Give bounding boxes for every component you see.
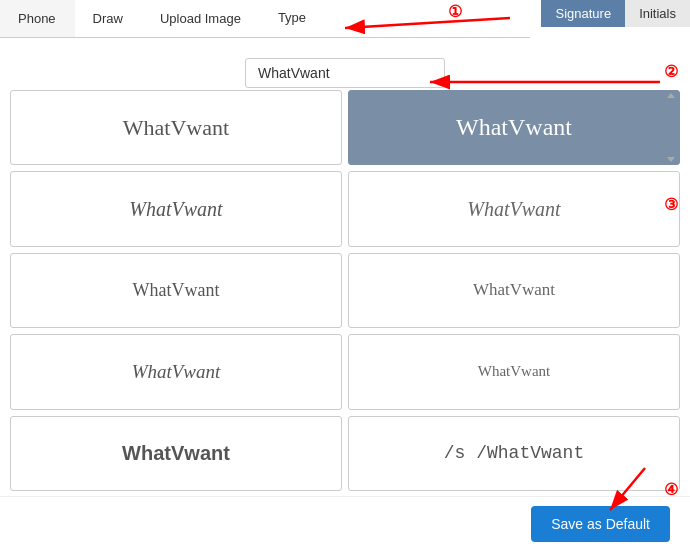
scroll-up-icon xyxy=(667,93,675,98)
sig-text-0: WhatVwant xyxy=(123,115,229,141)
bottom-bar: Save as Default xyxy=(0,496,690,551)
sig-option-6[interactable]: WhatVwant xyxy=(10,334,342,409)
sig-option-2[interactable]: WhatVwant xyxy=(10,171,342,246)
signature-grid: WhatVwant WhatVwant WhatVwant WhatVwant … xyxy=(10,90,680,491)
sig-text-3: WhatVwant xyxy=(467,198,560,221)
sig-text-5: WhatVwant xyxy=(473,280,555,300)
sig-option-7[interactable]: WhatVwant xyxy=(348,334,680,409)
sig-text-6: WhatVwant xyxy=(132,361,221,383)
sig-option-1[interactable]: WhatVwant xyxy=(348,90,680,165)
sig-option-4[interactable]: WhatVwant xyxy=(10,253,342,328)
sig-option-0[interactable]: WhatVwant xyxy=(10,90,342,165)
sig-text-9: /s /WhatVwant xyxy=(444,443,584,463)
signature-button[interactable]: Signature xyxy=(541,0,625,27)
scrollbar xyxy=(665,91,677,164)
tab-draw[interactable]: Draw xyxy=(75,0,142,37)
sig-text-7: WhatVwant xyxy=(478,363,550,380)
sig-option-8[interactable]: WhatVwant xyxy=(10,416,342,491)
save-as-default-button[interactable]: Save as Default xyxy=(531,506,670,542)
tab-phone[interactable]: Phone xyxy=(0,0,75,37)
signature-text-input[interactable] xyxy=(245,58,445,88)
sig-text-8: WhatVwant xyxy=(122,442,230,465)
tab-bar: Phone Draw Upload Image Type xyxy=(0,0,530,38)
tab-upload-image[interactable]: Upload Image xyxy=(142,0,260,37)
sig-text-1: WhatVwant xyxy=(456,114,572,141)
sig-text-4: WhatVwant xyxy=(133,280,220,301)
scroll-down-icon xyxy=(667,157,675,162)
initials-button[interactable]: Initials xyxy=(625,0,690,27)
tab-type[interactable]: Type xyxy=(260,0,325,37)
sig-text-2: WhatVwant xyxy=(129,198,222,221)
top-right-buttons: Signature Initials xyxy=(541,0,690,27)
sig-option-5[interactable]: WhatVwant xyxy=(348,253,680,328)
sig-option-3[interactable]: WhatVwant xyxy=(348,171,680,246)
sig-option-9[interactable]: /s /WhatVwant xyxy=(348,416,680,491)
